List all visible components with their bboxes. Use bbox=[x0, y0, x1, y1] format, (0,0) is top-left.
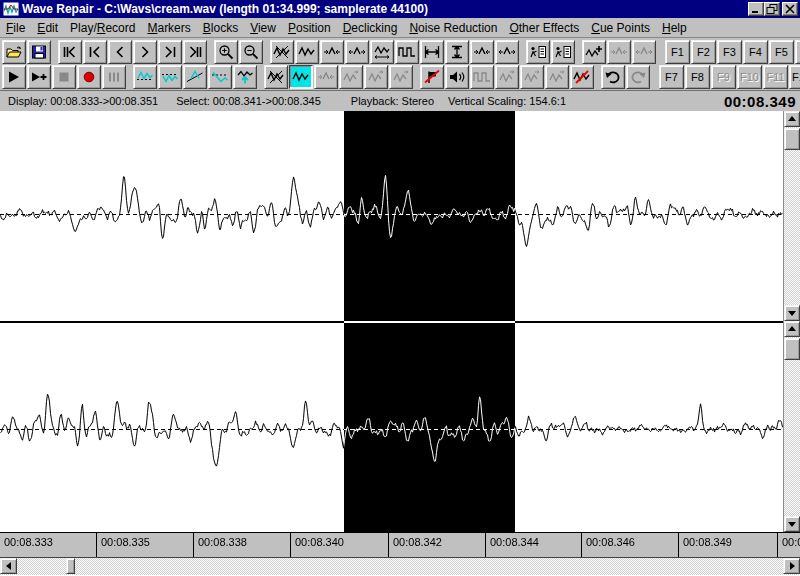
channel2-vscrollbar[interactable] bbox=[783, 321, 800, 532]
play-below-line-button[interactable] bbox=[158, 65, 182, 89]
step-right-button[interactable] bbox=[133, 40, 157, 64]
menu-declicking[interactable]: Declicking bbox=[337, 19, 404, 37]
display-range: Display: 00:08.333->00:08.351 bbox=[8, 95, 158, 107]
zoom-in-button[interactable] bbox=[214, 40, 238, 64]
close-icon bbox=[784, 4, 796, 14]
menu-markers[interactable]: Markers bbox=[141, 19, 196, 37]
fkey-f8-button[interactable]: F8 bbox=[685, 65, 710, 89]
cursor-time: 00:08.349 bbox=[724, 93, 796, 110]
big-step-right-button[interactable] bbox=[158, 40, 182, 64]
time-ruler: 00:08.33300:08.33500:08.33800:08.34000:0… bbox=[0, 532, 800, 557]
marker-list-button[interactable] bbox=[526, 40, 550, 64]
clear-marker-button[interactable] bbox=[420, 65, 444, 89]
fkey-f4-button[interactable]: F4 bbox=[743, 40, 768, 64]
scroll-left-button[interactable] bbox=[0, 558, 17, 574]
minimize-button[interactable] bbox=[748, 2, 764, 16]
menu-noise-reduction[interactable]: Noise Reduction bbox=[403, 19, 503, 37]
select-region-button[interactable] bbox=[289, 65, 313, 89]
app-icon bbox=[3, 2, 19, 16]
toolbar-row-2: F7F8F9F10F11F12 bbox=[2, 65, 798, 89]
restore-button[interactable] bbox=[764, 2, 780, 16]
fkey-f2-button[interactable]: F2 bbox=[691, 40, 716, 64]
menu-view[interactable]: View bbox=[244, 19, 282, 37]
audition-button[interactable] bbox=[445, 65, 469, 89]
record-button[interactable] bbox=[77, 65, 101, 89]
arrow-up-icon bbox=[787, 324, 797, 334]
step-left-button[interactable] bbox=[108, 40, 132, 64]
display-width-button[interactable] bbox=[420, 40, 444, 64]
marker-zoom-1-button bbox=[607, 40, 631, 64]
channel2-vscroll-thumb[interactable] bbox=[784, 338, 800, 360]
menu-blocks[interactable]: Blocks bbox=[197, 19, 244, 37]
play-down-slope-button[interactable] bbox=[208, 65, 232, 89]
channel1-vscrollbar[interactable] bbox=[783, 111, 800, 321]
channel1-scroll-up-button[interactable] bbox=[784, 111, 800, 127]
zoom-in-vertical-button[interactable] bbox=[470, 40, 494, 64]
cut-selection-button[interactable] bbox=[264, 65, 288, 89]
menu-position[interactable]: Position bbox=[282, 19, 337, 37]
block-op-6-button bbox=[495, 65, 519, 89]
fkey-f1-button[interactable]: F1 bbox=[665, 40, 690, 64]
redo-button bbox=[626, 65, 650, 89]
play-up-slope-button[interactable] bbox=[183, 65, 207, 89]
window-title: Wave Repair - C:\Wavs\cream.wav (length … bbox=[22, 2, 748, 16]
add-marker-button[interactable] bbox=[582, 40, 606, 64]
block-op-5-button bbox=[470, 65, 494, 89]
ruler-tick: 00:08.333 bbox=[0, 533, 97, 557]
ruler-tick: 00:08.342 bbox=[389, 533, 486, 557]
play-from-cursor-button[interactable] bbox=[233, 65, 257, 89]
channel2-scroll-down-button[interactable] bbox=[784, 516, 800, 532]
waveform-display[interactable] bbox=[0, 111, 783, 532]
play-above-line-button[interactable] bbox=[133, 65, 157, 89]
undo-button[interactable] bbox=[601, 65, 625, 89]
menu-other-effects[interactable]: Other Effects bbox=[503, 19, 585, 37]
ruler-tick: 00:08.346 bbox=[582, 533, 679, 557]
waveform-area bbox=[0, 111, 800, 532]
zoom-out-vertical-button[interactable] bbox=[495, 40, 519, 64]
menu-file[interactable]: File bbox=[0, 19, 31, 37]
play-button[interactable] bbox=[2, 65, 26, 89]
big-step-left-button[interactable] bbox=[83, 40, 107, 64]
channel1-vscroll-thumb[interactable] bbox=[784, 128, 800, 150]
close-button[interactable] bbox=[782, 2, 798, 16]
menu-help[interactable]: Help bbox=[656, 19, 693, 37]
delete-selection-button[interactable] bbox=[570, 65, 594, 89]
stretch-display-button[interactable] bbox=[370, 40, 394, 64]
zoom-to-selection-button[interactable] bbox=[270, 40, 294, 64]
title-bar: Wave Repair - C:\Wavs\cream.wav (length … bbox=[0, 0, 800, 18]
sample-display-button[interactable] bbox=[395, 40, 419, 64]
restore-icon bbox=[766, 4, 778, 14]
zoom-out-horizontal-button[interactable] bbox=[345, 40, 369, 64]
scroll-right-button[interactable] bbox=[783, 558, 800, 574]
open-file-button[interactable] bbox=[2, 40, 26, 64]
horizontal-scrollbar[interactable] bbox=[0, 557, 800, 575]
menu-play-record[interactable]: Play/Record bbox=[64, 19, 141, 37]
fkey-f7-button[interactable]: F7 bbox=[659, 65, 684, 89]
block-list-button[interactable] bbox=[551, 40, 575, 64]
fkey-f5-button[interactable]: F5 bbox=[769, 40, 794, 64]
goto-start-button[interactable] bbox=[58, 40, 82, 64]
block-op-4-button bbox=[389, 65, 413, 89]
goto-end-button[interactable] bbox=[183, 40, 207, 64]
menu-edit[interactable]: Edit bbox=[31, 19, 64, 37]
selection-range: Select: 00:08.341->00:08.345 bbox=[176, 95, 321, 107]
block-op-1-button bbox=[314, 65, 338, 89]
channel2-scroll-up-button[interactable] bbox=[784, 321, 800, 337]
channel1-scroll-down-button[interactable] bbox=[784, 305, 800, 321]
vertical-scaling-button[interactable] bbox=[445, 40, 469, 64]
fkey-f10-button: F10 bbox=[737, 65, 762, 89]
menu-cue-points[interactable]: Cue Points bbox=[585, 19, 656, 37]
toolbar-row-1: F1F2F3F4F5F6 bbox=[2, 40, 798, 64]
fkey-f12-button[interactable]: F12 bbox=[789, 65, 800, 89]
save-file-button[interactable] bbox=[27, 40, 51, 64]
zoom-in-horizontal-button[interactable] bbox=[320, 40, 344, 64]
view-whole-file-button[interactable] bbox=[295, 40, 319, 64]
marker-zoom-2-button bbox=[632, 40, 656, 64]
fkey-f6-button: F6 bbox=[795, 40, 800, 64]
zoom-out-button[interactable] bbox=[239, 40, 263, 64]
hscroll-thumb[interactable] bbox=[66, 558, 75, 574]
vertical-scaling-status: Vertical Scaling: 154.6:1 bbox=[448, 95, 566, 107]
ruler-tick: 00:0 bbox=[778, 533, 800, 557]
play-append-button[interactable] bbox=[27, 65, 51, 89]
fkey-f3-button[interactable]: F3 bbox=[717, 40, 742, 64]
